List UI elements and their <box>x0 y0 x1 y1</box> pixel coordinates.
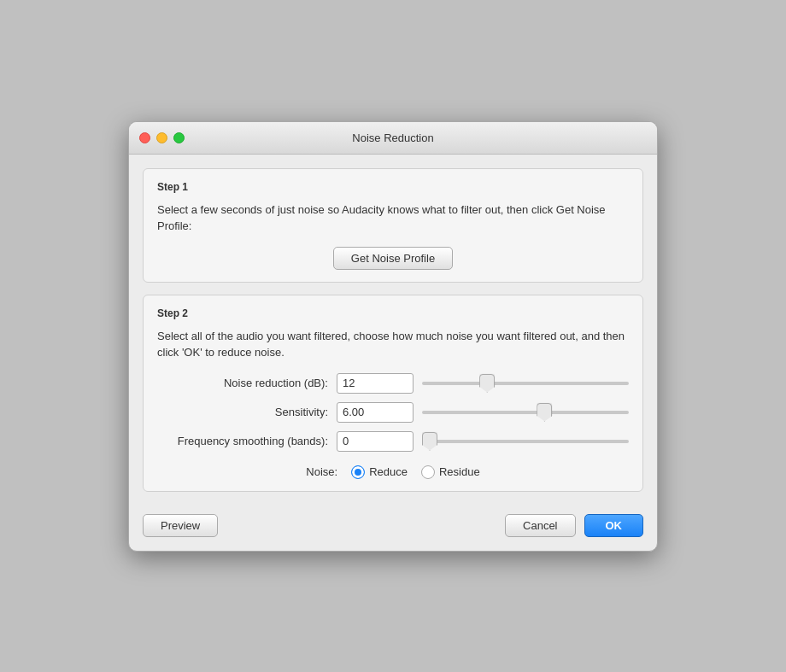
step1-description: Select a few seconds of just noise so Au… <box>157 202 629 235</box>
step2-section: Step 2 Select all of the audio you want … <box>143 295 643 492</box>
step2-description: Select all of the audio you want filtere… <box>157 328 629 361</box>
footer-right-buttons: Cancel OK <box>505 514 643 537</box>
reduce-label[interactable]: Reduce <box>369 465 408 478</box>
get-noise-profile-button[interactable]: Get Noise Profile <box>333 247 453 270</box>
reduce-option[interactable]: Reduce <box>351 465 408 479</box>
noise-reduction-input[interactable] <box>337 373 414 394</box>
noise-reduction-row: Noise reduction (dB): <box>157 373 629 394</box>
controls-grid: Noise reduction (dB): Sensitivity: <box>157 373 629 479</box>
residue-radio[interactable] <box>421 465 435 479</box>
footer: Preview Cancel OK <box>129 505 657 551</box>
noise-radio-row: Noise: Reduce Residue <box>157 465 629 479</box>
frequency-smoothing-row: Frequency smoothing (bands): <box>157 431 629 452</box>
frequency-smoothing-slider[interactable] <box>422 440 629 443</box>
step2-label: Step 2 <box>157 307 629 319</box>
frequency-smoothing-input[interactable] <box>337 431 414 452</box>
ok-button[interactable]: OK <box>584 514 644 537</box>
noise-reduction-slider-container <box>422 382 629 385</box>
sensitivity-input[interactable] <box>337 402 414 423</box>
noise-reduction-slider[interactable] <box>422 382 629 385</box>
step1-label: Step 1 <box>157 181 629 193</box>
sensitivity-slider-container <box>422 411 629 414</box>
residue-label[interactable]: Residue <box>439 465 480 478</box>
noise-label: Noise: <box>306 465 337 478</box>
close-button[interactable] <box>139 132 150 143</box>
residue-option[interactable]: Residue <box>421 465 480 479</box>
sensitivity-row: Sensitivity: <box>157 402 629 423</box>
reduce-radio[interactable] <box>351 465 365 479</box>
step1-section: Step 1 Select a few seconds of just nois… <box>143 168 643 283</box>
window-title: Noise Reduction <box>352 131 433 144</box>
noise-reduction-window: Noise Reduction Step 1 Select a few seco… <box>128 121 658 552</box>
frequency-smoothing-label: Frequency smoothing (bands): <box>157 435 328 447</box>
noise-reduction-label: Noise reduction (dB): <box>157 377 328 389</box>
traffic-lights <box>139 132 185 143</box>
minimize-button[interactable] <box>156 132 167 143</box>
window-content: Step 1 Select a few seconds of just nois… <box>129 155 657 505</box>
get-noise-profile-container: Get Noise Profile <box>157 247 629 270</box>
frequency-smoothing-slider-container <box>422 440 629 443</box>
cancel-button[interactable]: Cancel <box>505 514 575 537</box>
sensitivity-slider[interactable] <box>422 411 629 414</box>
maximize-button[interactable] <box>173 132 185 143</box>
sensitivity-label: Sensitivity: <box>157 406 328 418</box>
preview-button[interactable]: Preview <box>143 514 218 537</box>
titlebar: Noise Reduction <box>129 122 657 155</box>
